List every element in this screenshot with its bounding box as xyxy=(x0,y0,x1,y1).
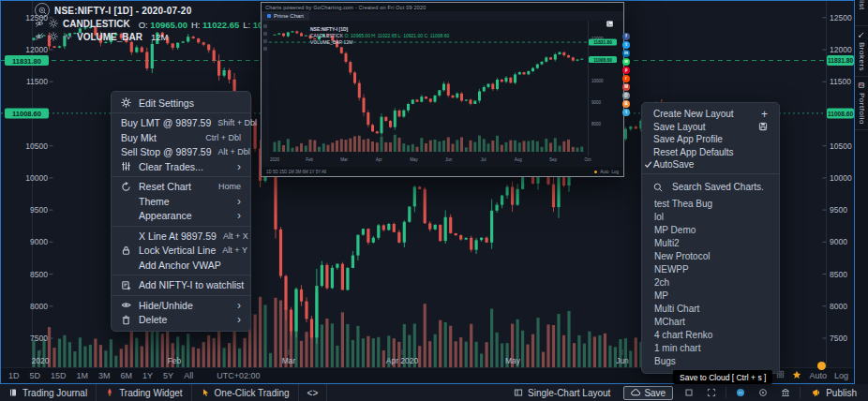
toolbar-button-trading-widget[interactable]: Trading Widget xyxy=(97,384,191,401)
layout-menu-item-save-layout[interactable]: Save Layout xyxy=(642,121,779,134)
context-menu-item-buy-mkt[interactable]: Buy MktCtrl + Dbl xyxy=(112,130,250,145)
context-menu-item-appearance[interactable]: Appearance› xyxy=(112,209,250,224)
wrench-icon xyxy=(858,31,865,38)
toolbar-icon-support-chat[interactable] xyxy=(729,384,752,401)
toolbar-icon-fullscreen[interactable] xyxy=(700,384,723,401)
sliders-icon xyxy=(121,161,131,171)
favorite-star-icon[interactable] xyxy=(792,370,801,381)
saved-chart-item-mp-demo[interactable]: MP Demo xyxy=(642,224,779,237)
context-menu-item-edit-settings[interactable]: Edit Settings xyxy=(112,96,250,111)
volume-value: 12M xyxy=(151,32,168,42)
svg-text:8500: 8500 xyxy=(30,270,48,279)
right-sidebar: WatchlistBrokersPortfolio xyxy=(855,0,868,384)
timeframe-button-1m[interactable]: 1M xyxy=(77,371,89,380)
layout-menu-item-reset-app-defaults[interactable]: Reset App Defaults xyxy=(642,146,779,159)
share-linkedin-icon[interactable]: in xyxy=(622,50,630,57)
log-scale-button[interactable]: Log xyxy=(834,371,848,380)
timeframe-button-3m[interactable]: 3M xyxy=(98,371,111,380)
sidebar-tab-brokers[interactable]: Brokers xyxy=(855,26,868,77)
timeframe-button-1y[interactable]: 1Y xyxy=(142,371,153,380)
context-menu-item-sell-stop-9897-59[interactable]: Sell Stop @ 9897.59Alt + Dbl xyxy=(112,145,250,160)
saved-chart-item-mp[interactable]: MP xyxy=(642,290,779,303)
context-menu-item-x-line-at-9897-59[interactable]: X Line At 9897.59Alt + X xyxy=(112,229,250,244)
share-facebook-icon[interactable]: f xyxy=(622,33,630,40)
share-blogger-icon[interactable]: B xyxy=(622,100,630,108)
sidebar-tab-portfolio[interactable]: Portfolio xyxy=(855,77,868,130)
menu-item-label: Appearance xyxy=(139,210,192,221)
saved-chart-item-2ch[interactable]: 2ch xyxy=(642,276,779,290)
toolbar-button-one-click-trading[interactable]: One-Click Trading xyxy=(192,384,299,401)
timeframe-button-all[interactable]: All xyxy=(184,371,193,380)
context-menu-item-buy-lmt-9897-59[interactable]: Buy LMT @ 9897.59Shift + Dbl xyxy=(112,116,250,131)
toolbar-button-[interactable]: <> xyxy=(299,384,328,401)
timeframe-button-15d[interactable]: 15D xyxy=(51,371,67,380)
svg-text:VOLUME_BAR 12M: VOLUME_BAR 12M xyxy=(310,39,352,45)
zoom-scope-icon[interactable] xyxy=(35,3,50,18)
portfolio-icon xyxy=(858,82,865,89)
toolbar-button-single-chart-layout[interactable]: Single-Chart Layout xyxy=(505,384,619,401)
pulse-icon xyxy=(63,32,72,41)
share-twitter-icon[interactable]: t xyxy=(622,41,630,49)
toolbar-button-publish[interactable]: Publish xyxy=(803,384,865,401)
share-whatsapp-icon[interactable]: w xyxy=(622,58,630,66)
gear-icon[interactable] xyxy=(49,32,58,41)
social-share-column: ftinwprM@Bt xyxy=(622,33,630,116)
context-menu-item-add-nifty-i-to-watchlist[interactable]: Add NIFTY-I to watchlist xyxy=(112,278,250,293)
context-menu-item-lock-vertical-line[interactable]: Lock Vertical LineAlt + Y xyxy=(112,244,250,259)
scale-controls: Auto Log xyxy=(776,367,848,383)
saved-chart-item-new-protocol[interactable]: New Protocol xyxy=(642,250,779,263)
saved-chart-item-multi-chart[interactable]: Multi Chart xyxy=(642,303,779,316)
share-reddit-icon[interactable]: r xyxy=(622,75,630,82)
svg-text:11831.80: 11831.80 xyxy=(593,40,612,45)
search-saved-charts-input[interactable] xyxy=(670,181,779,193)
saved-charts-search[interactable] xyxy=(642,177,779,198)
saved-chart-item-multi2[interactable]: Multi2 xyxy=(642,237,779,250)
toolbar-icon-crosshair[interactable] xyxy=(752,384,774,401)
saved-chart-item-bugs[interactable]: Bugs xyxy=(642,355,779,368)
eye-slash-icon[interactable] xyxy=(35,19,44,28)
ohlc-value: 11022.65 xyxy=(200,20,239,30)
saved-chart-item-test-thea-bug[interactable]: test Thea Bug xyxy=(642,198,779,211)
pointer-icon xyxy=(201,388,210,397)
saved-chart-item-1-min-chart[interactable]: 1 min chart xyxy=(642,342,779,355)
eye-slash-icon[interactable] xyxy=(35,32,44,41)
toolbar-icon-snapshot[interactable] xyxy=(678,384,700,401)
saved-chart-item-mchart[interactable]: MChart xyxy=(642,316,779,329)
layout-menu-item-autosave[interactable]: AutoSave xyxy=(642,158,779,171)
saved-chart-item-newpp[interactable]: NEWPP xyxy=(642,263,779,276)
toolbar-button-trading-journal[interactable]: Trading Journal xyxy=(0,384,97,401)
timeframe-button-5d[interactable]: 5D xyxy=(30,371,41,380)
svg-text:10000: 10000 xyxy=(25,173,48,183)
share-email-icon[interactable]: @ xyxy=(622,92,630,99)
toolbar-button-save[interactable]: Save xyxy=(623,386,673,400)
context-menu-item-clear-trades[interactable]: Clear Trades...› xyxy=(112,159,250,174)
saved-chart-item-lol[interactable]: lol xyxy=(642,211,779,224)
timeframe-button-6m[interactable]: 6M xyxy=(121,371,133,380)
eye-slash-icon xyxy=(35,19,44,28)
layout-menu-item-save-app-profile[interactable]: Save App Profile xyxy=(642,133,779,146)
layout-menu-item-create-new-layout[interactable]: Create New Layout+ xyxy=(642,108,779,121)
timeframe-button-5y[interactable]: 5Y xyxy=(163,371,173,380)
context-menu-item-delete[interactable]: Delete› xyxy=(112,313,250,328)
share-pinterest-icon[interactable]: p xyxy=(622,67,630,74)
share-gmail-icon[interactable]: M xyxy=(622,83,630,91)
context-menu-item-reset-chart[interactable]: Reset ChartHome xyxy=(112,180,250,195)
reset-icon xyxy=(121,182,132,192)
context-menu-item-hide-unhide[interactable]: Hide/Unhide› xyxy=(112,298,250,313)
timezone-button[interactable]: UTC+02:00 xyxy=(217,371,260,380)
menu-shortcut: Alt + Dbl xyxy=(217,147,249,156)
menu-item-label: Edit Settings xyxy=(139,97,194,109)
context-menu-item-theme[interactable]: Theme› xyxy=(112,194,250,209)
search-icon xyxy=(653,183,663,192)
share-telegram-icon[interactable]: t xyxy=(622,109,630,116)
toolbar-icon-broker-connect[interactable] xyxy=(774,384,797,401)
gear-icon[interactable] xyxy=(49,19,58,28)
lock-icon xyxy=(121,245,131,256)
sidebar-tab-watchlist[interactable]: Watchlist xyxy=(855,0,868,26)
timeframe-button-1d[interactable]: 1D xyxy=(8,371,20,380)
saved-chart-item-4-chart-renko[interactable]: 4 chart Renko xyxy=(642,329,779,342)
chart-snapshot-popup: Charts powered by GoCharting.com - Creat… xyxy=(261,2,624,177)
reset-icon xyxy=(121,182,131,192)
auto-scale-button[interactable]: Auto xyxy=(809,371,827,380)
context-menu-item-add-anchor-vwap[interactable]: Add Anchor VWAP xyxy=(112,258,250,273)
